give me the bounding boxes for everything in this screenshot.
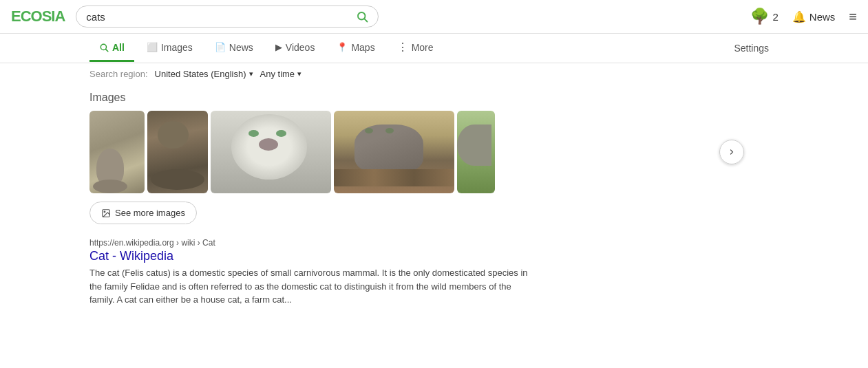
settings-tab[interactable]: Settings <box>724 36 779 61</box>
images-next-button[interactable] <box>719 140 744 164</box>
search-result-wikipedia: https://en.wikipedia.org › wiki › Cat Ca… <box>89 238 779 307</box>
cat-image-2[interactable] <box>147 111 208 193</box>
images-strip <box>89 111 779 193</box>
search-input[interactable] <box>86 11 356 23</box>
cat-image-4[interactable] <box>334 111 454 193</box>
images-tab-icon: ⬜ <box>147 42 158 52</box>
search-button[interactable] <box>356 10 368 23</box>
filter-bar: Search region: United States (English) ▾… <box>0 63 868 85</box>
nav-tabs: All ⬜ Images 📄 News ▶ Videos 📍 Maps ⋮ Mo… <box>0 34 868 63</box>
cat-image-5[interactable] <box>457 111 495 193</box>
result-snippet: The cat (Felis catus) is a domestic spec… <box>89 266 530 307</box>
tab-more[interactable]: ⋮ More <box>388 34 443 63</box>
time-value: Any time <box>260 69 295 79</box>
search-icon <box>356 10 368 23</box>
tab-maps-label: Maps <box>351 42 374 53</box>
header-right: 🌳 2 🔔 News ≡ <box>750 8 857 25</box>
tab-images-label: Images <box>161 42 193 53</box>
tree-icon: 🌳 <box>750 8 769 25</box>
news-tab-icon: 📄 <box>215 42 226 52</box>
hamburger-menu[interactable]: ≡ <box>849 9 857 25</box>
tab-all[interactable]: All <box>89 35 134 62</box>
svg-point-5 <box>104 211 105 213</box>
main-content: Images <box>0 85 868 314</box>
tab-news-label: News <box>229 42 253 53</box>
more-tab-icon: ⋮ <box>397 41 408 54</box>
bell-icon: 🔔 <box>792 10 806 23</box>
tab-images[interactable]: ⬜ Images <box>137 35 202 62</box>
time-chevron-icon: ▾ <box>297 69 301 78</box>
region-value: United States (English) <box>155 69 246 79</box>
tab-maps[interactable]: 📍 Maps <box>327 35 384 62</box>
tree-counter[interactable]: 🌳 2 <box>750 8 778 25</box>
see-more-images-button[interactable]: See more images <box>89 202 197 224</box>
region-chevron-icon: ▾ <box>249 69 253 78</box>
videos-tab-icon: ▶ <box>275 42 282 52</box>
tree-count: 2 <box>772 11 778 23</box>
tab-more-label: More <box>412 42 434 53</box>
all-tab-icon <box>99 43 109 52</box>
tab-videos-label: Videos <box>286 42 315 53</box>
maps-tab-icon: 📍 <box>337 42 348 52</box>
tab-all-label: All <box>112 42 125 53</box>
svg-line-1 <box>365 19 368 21</box>
cat-image-1[interactable] <box>89 111 145 193</box>
news-link[interactable]: 🔔 News <box>792 10 836 23</box>
svg-line-3 <box>106 49 108 51</box>
region-select[interactable]: United States (English) ▾ <box>155 69 253 79</box>
search-bar <box>76 6 379 28</box>
time-select[interactable]: Any time ▾ <box>260 69 302 79</box>
images-section: Images <box>89 91 779 224</box>
region-label: Search region: <box>89 69 148 79</box>
result-url: https://en.wikipedia.org › wiki › Cat <box>89 238 779 248</box>
see-more-label: See more images <box>115 208 185 218</box>
tab-videos[interactable]: ▶ Videos <box>266 35 325 62</box>
news-link-label: News <box>809 11 836 23</box>
chevron-right-icon <box>728 148 736 156</box>
images-section-label: Images <box>89 91 779 104</box>
header: ECOSIA 🌳 2 🔔 News ≡ <box>0 0 868 34</box>
result-title-link[interactable]: Cat - Wikipedia <box>89 249 779 263</box>
cat-image-3[interactable] <box>211 111 331 193</box>
tab-news[interactable]: 📄 News <box>205 35 263 62</box>
images-icon <box>101 208 111 218</box>
ecosia-logo[interactable]: ECOSIA <box>11 8 65 25</box>
